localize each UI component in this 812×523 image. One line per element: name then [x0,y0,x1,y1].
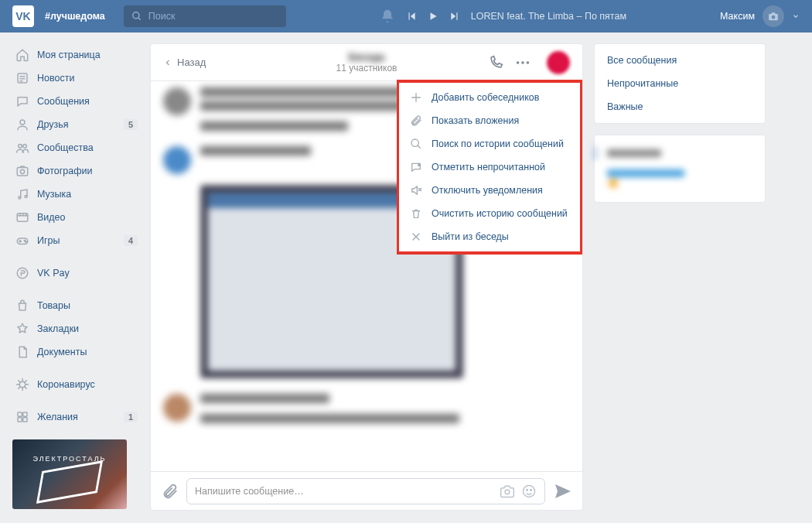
notifications-icon[interactable] [380,9,395,24]
dropdown-item-label: Отметить непрочитанной [432,162,545,173]
sidebar-item-games[interactable]: Игры4 [12,229,139,252]
dropdown-item-search[interactable]: Поиск по истории сообщений [399,132,580,156]
sidebar-item-label: Товары [37,300,70,311]
call-icon[interactable] [488,55,503,70]
dropdown-item-plus[interactable]: Добавить собеседников [399,86,580,109]
attach-icon[interactable] [162,483,179,500]
sidebar-item-label: Документы [37,347,87,357]
sidebar-item-pay[interactable]: VK Pay [12,262,139,285]
messages-icon [15,94,29,108]
sidebar-item-wish[interactable]: Желания1 [12,405,139,429]
hashtag[interactable]: #лучшедома [45,11,105,22]
search-input[interactable] [148,11,278,22]
svg-point-39 [527,61,530,64]
svg-point-37 [517,61,520,64]
sidebar-badge: 4 [124,235,138,246]
play-icon[interactable] [428,11,438,22]
chat-header: Назад Беседа 11 участников [151,44,582,81]
sidebar-item-photos[interactable]: Фотографии [12,159,139,183]
sidebar-item-label: Желания [37,412,78,422]
camera-icon [768,11,779,22]
message-filters: Все сообщения Непрочитанные Важные [594,43,766,124]
mute-icon [410,184,422,197]
svg-point-50 [524,485,535,497]
dropdown-item-unread[interactable]: Отметить непрочитанной [399,156,580,179]
svg-line-29 [19,381,21,383]
filter-all[interactable]: Все сообщения [595,49,765,72]
sidebar-item-home[interactable]: Моя страница [12,43,139,67]
chat-actions-dropdown: Добавить собеседниковПоказать вложенияПо… [397,80,582,255]
send-icon[interactable] [553,482,571,501]
sidebar-badge: 5 [124,119,138,130]
svg-point-52 [531,489,532,491]
chat-title-block[interactable]: Беседа 11 участников [336,51,397,73]
folder-item[interactable] [595,163,765,194]
search-icon [410,138,422,150]
dropdown-item-trash[interactable]: Очистить историю сообщений [399,202,580,225]
sidebar-item-news[interactable]: Новости [12,67,139,90]
user-menu[interactable]: Максим [720,5,800,27]
svg-point-8 [23,145,27,149]
photo-icon[interactable] [500,484,515,499]
sidebar-item-label: Моя страница [37,50,101,60]
message-input[interactable] [195,486,493,497]
svg-point-49 [505,489,510,494]
user-avatar [763,5,784,27]
sidebar-item-label: Коронавирус [37,379,95,390]
sidebar-item-label: Сообщества [37,142,94,153]
back-button[interactable]: Назад [163,56,206,68]
svg-line-30 [25,387,27,389]
dropdown-item-label: Добавить собеседников [432,92,539,103]
dropdown-item-clip[interactable]: Показать вложения [399,109,580,132]
sidebar-item-bookmark[interactable]: Закладки [12,317,139,340]
svg-rect-35 [18,418,22,422]
message-input-wrapper[interactable] [186,478,545,504]
sidebar-item-friends[interactable]: Друзья5 [12,113,139,136]
sidebar-item-music[interactable]: Музыка [12,183,139,206]
emoji-icon[interactable] [521,484,537,499]
right-column: Все сообщения Непрочитанные Важные [594,43,766,511]
dropdown-item-label: Очистить историю сообщений [432,208,568,219]
more-icon[interactable] [514,54,531,71]
sidebar-item-messages[interactable]: Сообщения [12,90,139,113]
folders-list [594,135,766,203]
sidebar-item-label: Закладки [37,323,79,334]
now-playing-text[interactable]: LOREN feat. The Limba – По пятам [471,11,626,22]
plus-icon [410,91,422,104]
svg-line-31 [19,387,21,389]
pay-icon [15,266,29,280]
photos-icon [15,164,29,178]
music-icon [15,187,29,201]
vk-logo[interactable]: VK [12,5,34,27]
promo-image[interactable]: ЭЛЕКТРОСТАЛЬ [12,439,127,509]
filter-important[interactable]: Важные [595,95,765,118]
clip-icon [410,115,422,127]
next-track-icon[interactable] [449,11,460,22]
sidebar-item-docs[interactable]: Документы [12,340,139,364]
dropdown-item-label: Показать вложения [432,115,519,126]
prev-track-icon[interactable] [406,11,417,22]
sidebar-item-groups[interactable]: Сообщества [12,136,139,159]
dropdown-item-label: Выйти из беседы [432,231,509,242]
folder-item[interactable] [595,143,765,163]
chevron-left-icon [163,58,172,67]
sidebar-item-market[interactable]: Товары [12,294,139,317]
svg-rect-33 [18,412,22,416]
svg-point-0 [133,12,139,19]
virus-icon [15,378,29,391]
friends-icon [15,118,29,132]
search-icon [131,11,142,22]
svg-point-12 [25,196,27,198]
chat-avatar[interactable] [547,51,570,74]
dropdown-item-leave[interactable]: Выйти из беседы [399,225,580,248]
filter-unread[interactable]: Непрочитанные [595,72,765,95]
unread-icon [410,161,422,173]
svg-rect-9 [17,168,28,176]
sidebar-item-label: Сообщения [37,96,90,107]
sidebar-item-video[interactable]: Видео [12,206,139,229]
sidebar-item-label: Новости [37,73,74,84]
dropdown-item-mute[interactable]: Отключить уведомления [399,179,580,202]
search-box[interactable] [124,5,286,27]
sidebar-item-virus[interactable]: Коронавирус [12,373,139,396]
dropdown-item-label: Поиск по истории сообщений [432,138,564,149]
